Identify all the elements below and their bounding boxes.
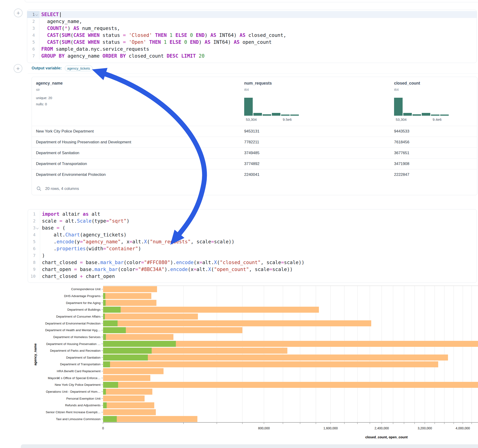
column-type-agency-name: str (36, 87, 40, 92)
notebook-page: + + 1SELECT2 agency_name,3 COUNT(*) AS n… (0, 0, 478, 448)
hist-min-label: 53,304 (246, 118, 257, 122)
y-axis-label: Department of Sanitation (66, 356, 101, 359)
open-count-bar (103, 341, 176, 347)
python-code-editor[interactable]: 1import altair as alt2scale = alt.Scale(… (28, 211, 477, 280)
x-tick-label: 4,000,000 (456, 426, 470, 430)
histogram-bar (431, 115, 440, 116)
code-line[interactable]: 4 alt.Chart(agency_tickets) (28, 231, 477, 238)
code-line[interactable]: 5 CAST(SUM(CASE WHEN status = 'Open' THE… (27, 39, 477, 46)
histogram-bar (272, 113, 280, 116)
code-line[interactable]: 9chart_open = base.mark_bar(color="#8BC3… (28, 266, 477, 273)
x-tick-label: 2,400,000 (374, 426, 389, 430)
open-count-bar (103, 389, 106, 395)
code-line[interactable]: 8chart_closed = base.mark_bar(color="#FF… (28, 259, 477, 266)
add-cell-button-top[interactable]: + (14, 8, 23, 17)
code-line[interactable]: 1SELECT (27, 11, 477, 18)
code-line[interactable]: 4 CAST(SUM(CASE WHEN status = 'Closed' T… (27, 32, 477, 39)
y-axis-label: Senior Citizen Rent Increase Exempti… (46, 411, 101, 414)
table-row[interactable]: New York City Police Department945313194… (32, 126, 477, 137)
text-cursor (60, 12, 61, 17)
fold-chevron-icon[interactable] (36, 227, 39, 229)
closed-count-bar (103, 382, 478, 388)
output-variable-pill[interactable]: agency_tickets (65, 65, 92, 71)
open-count-bar (103, 361, 110, 367)
x-axis-title: closed_count, open_count (365, 435, 408, 439)
y-axis-label: DHS Advantage Programs (64, 294, 101, 298)
column-header-agency-name[interactable]: agency_name (36, 81, 63, 86)
closed-count-bar (103, 300, 156, 306)
y-axis-label: Correspondence Unit (71, 287, 101, 291)
histogram-bar (403, 113, 412, 116)
line-number: 7 (27, 53, 39, 59)
histogram-bar (440, 115, 449, 116)
table-cell: 2222847 (390, 172, 477, 177)
line-number: 7 (28, 252, 40, 259)
table-footer: 20 rows, 4 columns (32, 182, 79, 195)
table-row[interactable]: Department of Environmental Protection22… (32, 169, 477, 180)
code-line[interactable]: 2 agency_name, (27, 18, 477, 25)
closed-count-bar (103, 409, 156, 415)
sql-code-editor[interactable]: 1SELECT2 agency_name,3 COUNT(*) AS num_r… (27, 11, 477, 59)
open-count-bar (103, 402, 107, 408)
closed-count-bar (103, 361, 438, 367)
closed-count-bar (103, 395, 145, 401)
y-axis-label: Department of Transportation (60, 362, 101, 366)
table-row[interactable]: Department of Sanitation37494853677651 (32, 148, 477, 158)
column-unique-stat: unique: 20 (36, 96, 52, 100)
code-line[interactable]: 2scale = alt.Scale(type="sqrt") (28, 218, 477, 224)
output-variable-row: Output variable: agency_tickets (31, 64, 93, 73)
search-icon[interactable] (37, 186, 42, 191)
line-number: 3 (27, 25, 39, 32)
open-count-bar (103, 355, 148, 361)
code-line[interactable]: 6 .properties(width="container") (28, 245, 477, 252)
y-axis-label: HRA Benefit Card Replacement (57, 369, 101, 373)
line-number: 1 (28, 211, 40, 218)
closed-count-bar (103, 355, 448, 361)
closed-count-histogram (394, 98, 449, 116)
y-axis-label: Personal Exemption Unit (66, 397, 101, 400)
histogram-bar (290, 115, 299, 116)
y-axis-label: Department of Consumer Affairs (56, 315, 101, 318)
table-rows: New York City Police Department945313194… (32, 126, 477, 180)
python-cell[interactable]: 1import altair as alt2scale = alt.Scale(… (28, 209, 477, 283)
code-line[interactable]: 10chart_closed + chart_open (28, 273, 477, 280)
code-line[interactable]: 6FROM sample_data.nyc.service_requests (27, 46, 477, 53)
code-line[interactable]: 7GROUP BY agency_name ORDER BY closed_co… (27, 53, 477, 59)
table-cell: 7782211 (240, 140, 390, 144)
table-cell: New York City Police Department (32, 129, 240, 134)
column-type-closed-count: i64 (394, 87, 399, 92)
table-cell: 2240041 (240, 172, 390, 177)
sql-cell[interactable]: 1SELECT2 agency_name,3 COUNT(*) AS num_r… (27, 10, 477, 63)
fold-chevron-icon[interactable] (36, 14, 38, 16)
code-line[interactable]: 3base = ( (28, 224, 477, 231)
table-cell: Department of Sanitation (32, 151, 240, 155)
open-count-bar (103, 300, 106, 306)
table-cell: 3774892 (240, 162, 390, 166)
open-count-bar (103, 382, 118, 388)
column-header-num-requests[interactable]: num_requests (244, 81, 272, 86)
code-line[interactable]: 1import altair as alt (28, 211, 477, 218)
code-line[interactable]: 3 COUNT(*) AS num_requests, (27, 25, 477, 32)
histogram-bar (281, 115, 289, 116)
open-count-bar (103, 293, 105, 299)
line-number: 1 (27, 11, 39, 18)
line-number: 4 (27, 32, 39, 39)
column-header-closed-count[interactable]: closed_count (394, 81, 420, 86)
x-tick-label: 0 (102, 426, 104, 430)
table-row[interactable]: Department of Transportation377489234719… (32, 158, 477, 169)
open-count-bar (103, 320, 118, 326)
closed-count-bar (103, 375, 150, 381)
line-number: 6 (28, 245, 40, 252)
table-cell: 3471908 (390, 162, 477, 166)
line-number: 10 (28, 273, 40, 280)
y-axis-label: Department of Buildings (67, 308, 101, 311)
code-line[interactable]: 7) (28, 252, 477, 259)
closed-count-bar (103, 320, 371, 326)
add-cell-button-output[interactable]: + (14, 64, 22, 73)
y-axis-label: New York City Police Department (55, 383, 101, 386)
code-line[interactable]: 5 .encode(y="agency_name", x=alt.X("num_… (28, 238, 477, 245)
table-cell: 9443533 (390, 129, 477, 134)
table-row[interactable]: Department of Housing Preservation and D… (32, 137, 477, 148)
closed-count-bar (103, 334, 173, 340)
closed-count-bar (103, 368, 164, 374)
